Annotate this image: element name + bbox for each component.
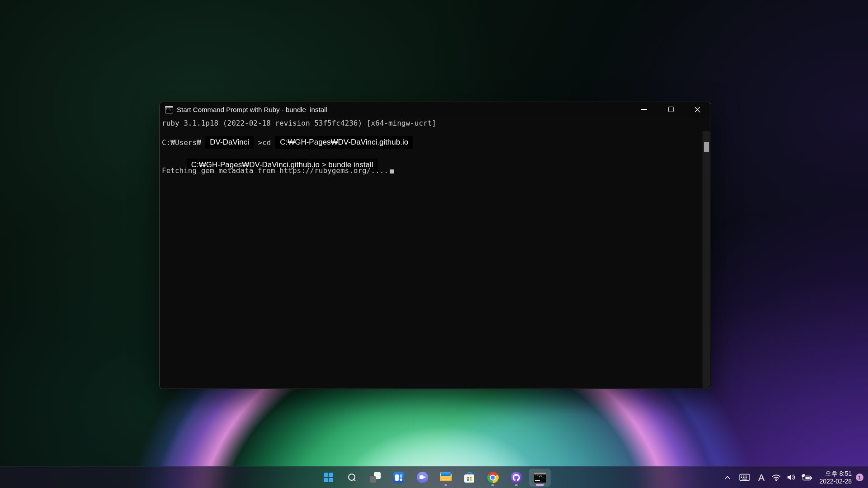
terminal-line-ruby-version: ruby 3.1.1p18 (2022-02-18 revision 53f5f…: [162, 119, 436, 127]
running-indicator: [444, 484, 447, 486]
minimize-icon: [641, 109, 647, 110]
notification-badge[interactable]: 1: [856, 474, 863, 481]
file-explorer-icon: [440, 472, 452, 483]
tray-wifi[interactable]: [769, 469, 784, 487]
prompt-prefix: C:₩Users₩: [162, 138, 205, 147]
close-icon: [694, 107, 700, 113]
taskbar-item-chat[interactable]: [411, 469, 433, 487]
start-button[interactable]: [317, 469, 339, 487]
command-prompt-window: Start Command Prompt with Ruby - bundle …: [159, 102, 711, 389]
fetching-text: Fetching gem metadata from https://rubyg…: [162, 166, 388, 175]
cd-command: >cd: [254, 138, 275, 147]
tray-battery[interactable]: [798, 469, 815, 487]
widgets-icon: [393, 472, 404, 483]
terminal-cursor: [390, 169, 394, 174]
clock-date: 2022-02-28: [819, 478, 852, 485]
window-title: Start Command Prompt with Ruby - bundle …: [177, 106, 327, 113]
search-icon: [347, 473, 357, 483]
taskbar-center-icons: C:\>_: [316, 467, 552, 488]
close-button[interactable]: [684, 102, 711, 117]
taskbar-item-microsoft-store[interactable]: [458, 469, 480, 487]
terminal-line-prompt: C:₩Users₩ DV-DaVinci >cd C:₩GH-Pages₩DV-…: [162, 136, 413, 149]
desktop: { "window": { "title": "Start Command Pr…: [0, 0, 868, 488]
window-titlebar[interactable]: Start Command Prompt with Ruby - bundle …: [160, 102, 711, 117]
clock-time: 오후 8:51: [819, 470, 852, 478]
maximize-icon: [668, 107, 674, 112]
active-window-indicator: [536, 484, 544, 486]
scrollbar-thumb[interactable]: [704, 142, 709, 152]
window-controls: [631, 102, 711, 117]
path-overlay: C:₩GH-Pages₩DV-DaVinci.github.io: [275, 136, 413, 149]
chrome-icon: [487, 472, 499, 483]
battery-charging-icon: [801, 474, 812, 481]
terminal-scrollbar[interactable]: [703, 131, 710, 388]
minimize-button[interactable]: [631, 102, 657, 117]
microsoft-store-icon: [464, 472, 475, 483]
taskbar-item-widgets[interactable]: [388, 469, 410, 487]
terminal-body[interactable]: ruby 3.1.1p18 (2022-02-18 revision 53f5f…: [160, 117, 711, 389]
console-window-icon: [165, 106, 173, 113]
system-tray: A 오후 8:51: [720, 467, 863, 488]
github-desktop-icon: [511, 472, 522, 483]
tray-ime-indicator[interactable]: A: [754, 469, 769, 487]
taskbar-item-search[interactable]: [341, 469, 363, 487]
taskbar-item-file-explorer[interactable]: [435, 469, 457, 487]
speaker-icon: [787, 474, 796, 481]
running-indicator: [515, 484, 518, 486]
tray-clock[interactable]: 오후 8:51 2022-02-28: [819, 470, 852, 485]
taskbar: C:\>_ A: [0, 466, 868, 488]
task-view-icon: [370, 472, 381, 483]
chevron-up-icon: [723, 475, 731, 480]
windows-logo-icon: [324, 473, 333, 482]
wifi-icon: [771, 474, 781, 481]
maximize-button[interactable]: [657, 102, 684, 117]
taskbar-item-chrome[interactable]: [482, 469, 504, 487]
taskbar-item-github-desktop[interactable]: [505, 469, 527, 487]
tray-touch-keyboard[interactable]: [735, 469, 754, 487]
running-indicator: [491, 484, 494, 486]
username-overlay: DV-DaVinci: [205, 136, 254, 149]
taskbar-item-task-view[interactable]: [364, 469, 386, 487]
tray-volume[interactable]: [784, 469, 798, 487]
tray-show-hidden-icons[interactable]: [720, 469, 735, 487]
terminal-line-fetching: Fetching gem metadata from https://rubyg…: [162, 166, 394, 175]
chat-icon: [417, 472, 428, 483]
taskbar-item-command-prompt-active[interactable]: C:\>_: [529, 469, 551, 487]
keyboard-icon: [739, 474, 750, 481]
command-prompt-icon: C:\>_: [533, 472, 547, 483]
